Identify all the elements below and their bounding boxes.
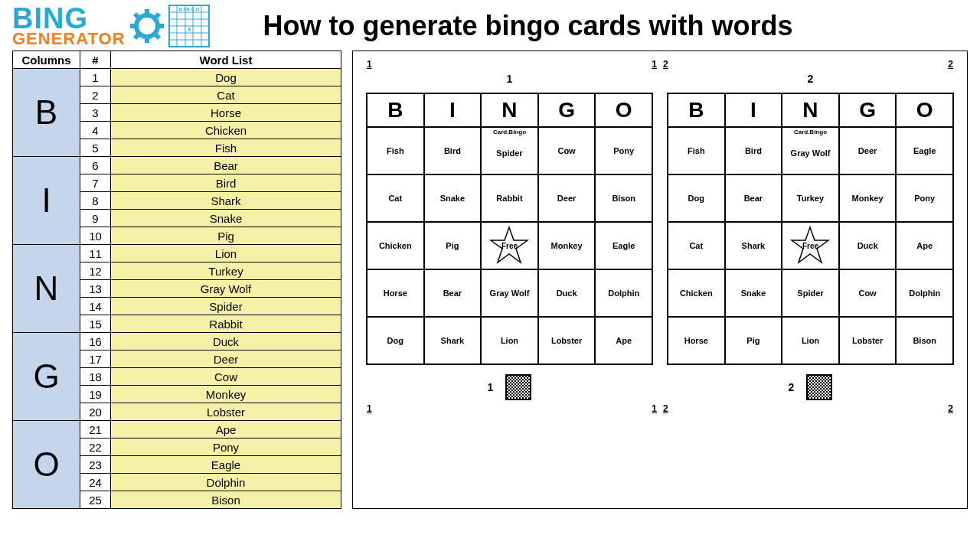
card-cell: Snake [424, 174, 482, 222]
card-cell: Cat [668, 222, 725, 269]
row-word: Pony [111, 439, 341, 456]
header: BING GENERATOR B I N G O X Ho [0, 0, 980, 51]
card-cell: Shark [725, 222, 782, 269]
row-word: Gray Wolf [111, 280, 341, 298]
row-number: 6 [80, 157, 111, 174]
card-cell: Rabbit [481, 174, 538, 222]
row-number: 13 [80, 280, 111, 298]
svg-line-8 [155, 14, 159, 18]
row-number: 15 [80, 315, 111, 333]
card-header-letter: I [424, 93, 482, 127]
row-word: Lion [111, 245, 341, 262]
card-header-letter: B [367, 93, 424, 127]
card-cell: Card.BingoGray Wolf [782, 127, 839, 174]
card-cell: Eagle [595, 222, 652, 269]
card-cell: Lion [782, 317, 839, 364]
card-cell: Cat [367, 174, 424, 222]
group-letter: G [13, 333, 80, 421]
row-word: Rabbit [111, 315, 341, 333]
card-number-top: 2 [667, 70, 954, 93]
qr-icon [806, 374, 832, 400]
header-num: # [80, 51, 111, 69]
card-footer: 2 [667, 365, 954, 400]
row-word: Dolphin [111, 474, 341, 491]
qr-icon [505, 374, 531, 400]
row-number: 22 [80, 439, 111, 456]
row-word: Pig [111, 227, 341, 245]
table-row: G16Duck [13, 333, 341, 350]
row-word: Snake [111, 210, 341, 227]
row-number: 2 [80, 86, 111, 104]
card-sublabel: Card.Bingo [482, 129, 537, 135]
wordlist-table: Columns # Word List B1Dog2Cat3Horse4Chic… [12, 51, 341, 509]
logo-line2: GENERATOR [12, 31, 126, 47]
card-cell: Monkey [839, 174, 897, 222]
card-header-letter: I [725, 93, 782, 127]
card-cell: Lobster [538, 317, 596, 364]
row-word: Bird [111, 174, 341, 192]
free-label: Free [501, 242, 518, 250]
card-header-letter: O [595, 93, 652, 127]
logo: BING GENERATOR B I N G O X [12, 5, 210, 47]
group-letter: O [13, 421, 80, 509]
card-cell: Chicken [367, 222, 424, 269]
card-cell: Shark [424, 317, 482, 364]
gear-icon [130, 9, 164, 43]
card-cell: Horse [367, 269, 424, 317]
row-word: Cat [111, 86, 341, 104]
group-letter: I [13, 157, 80, 245]
row-word: Horse [111, 104, 341, 122]
card-cell: Fish [668, 127, 725, 174]
row-number: 20 [80, 403, 111, 421]
card-cell: Cow [839, 269, 897, 317]
card-footer: 1 [366, 365, 653, 400]
card-cell: Pig [424, 222, 482, 269]
row-number: 17 [80, 350, 111, 368]
card-header-letter: B [668, 93, 725, 127]
card-cell: Bird [725, 127, 782, 174]
mini-card-icon: B I N G O X [168, 5, 210, 47]
card-number-top: 1 [366, 70, 653, 93]
row-number: 10 [80, 227, 111, 245]
row-number: 3 [80, 104, 111, 122]
corner-bl2: 1 [652, 403, 657, 414]
header-wordlist: Word List [111, 51, 341, 69]
corner-tl2: 1 [652, 59, 657, 70]
card-cell: Turkey [782, 174, 839, 222]
row-word: Dog [111, 69, 341, 86]
row-number: 1 [80, 69, 111, 86]
card-cell: Dolphin [896, 269, 953, 317]
card-cell: Chicken [668, 269, 725, 317]
corner-br: 2 [663, 403, 668, 414]
row-number: 5 [80, 139, 111, 157]
bingo-card-block: 1BINGOFishBirdCard.BingoSpiderCowPonyCat… [366, 70, 653, 400]
row-number: 11 [80, 245, 111, 262]
row-word: Ape [111, 421, 341, 439]
bingo-card: BINGOFishBirdCard.BingoGray WolfDeerEagl… [667, 93, 954, 365]
row-word: Monkey [111, 386, 341, 403]
card-cell: Fish [367, 127, 424, 174]
row-word: Cow [111, 368, 341, 386]
row-word: Deer [111, 350, 341, 368]
svg-line-6 [155, 34, 159, 38]
card-cell: Spider [782, 269, 839, 317]
card-cell: Monkey [538, 222, 596, 269]
card-cell: Pig [725, 317, 782, 364]
row-word: Fish [111, 139, 341, 157]
card-number-bottom: 2 [789, 381, 795, 393]
card-cell: Duck [538, 269, 596, 317]
card-cell: Bear [725, 174, 782, 222]
row-word: Eagle [111, 456, 341, 474]
card-cell: Card.BingoSpider [481, 127, 538, 174]
row-word: Bear [111, 157, 341, 174]
table-row: N11Lion [13, 245, 341, 262]
card-cell: Pony [595, 127, 652, 174]
row-number: 9 [80, 210, 111, 227]
card-header-letter: N [481, 93, 538, 127]
card-header-letter: O [896, 93, 953, 127]
card-header-letter: G [839, 93, 897, 127]
svg-line-7 [135, 34, 139, 38]
corner-tr: 2 [663, 59, 668, 70]
row-number: 21 [80, 421, 111, 439]
group-letter: B [13, 69, 80, 157]
